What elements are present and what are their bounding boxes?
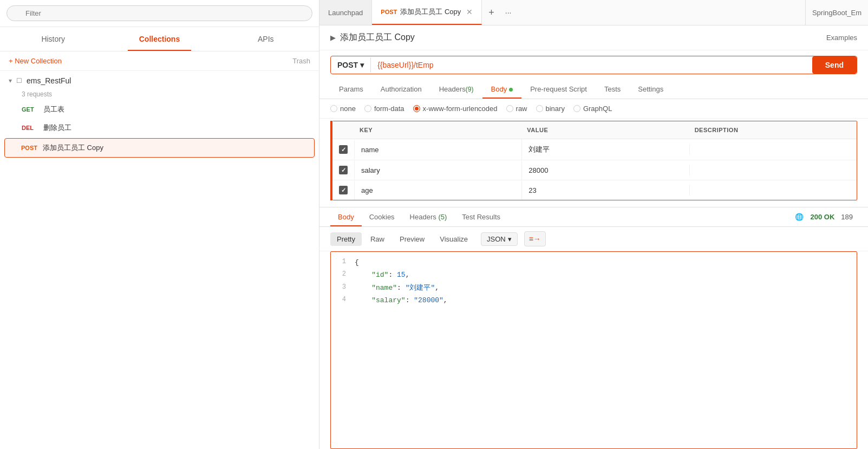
request-name-del: 删除员工 (43, 123, 71, 133)
radio-raw[interactable]: raw (506, 105, 527, 113)
code-area[interactable]: 1 { 2 "id": 15, 3 "name": "刘建平", 4 "sala… (330, 251, 857, 449)
radio-none[interactable]: none (330, 105, 356, 113)
table-row: salary 28000 (332, 160, 857, 180)
method-get-badge: GET (22, 106, 38, 113)
format-raw[interactable]: Raw (364, 232, 391, 246)
radio-none-btn[interactable] (330, 105, 337, 112)
row2-desc[interactable] (689, 165, 857, 175)
tab-tests[interactable]: Tests (596, 80, 629, 99)
status-ok-badge: 200 OK (810, 213, 834, 221)
tab-settings[interactable]: Settings (629, 80, 672, 99)
row3-key[interactable]: age (354, 181, 521, 200)
new-collection-button[interactable]: + New Collection (9, 57, 62, 65)
response-tab-test-results[interactable]: Test Results (454, 207, 508, 226)
method-selector[interactable]: POST ▾ (331, 57, 371, 73)
examples-button[interactable]: Examples (826, 34, 857, 42)
code-content-1: { (353, 256, 857, 269)
new-collection-row: + New Collection Trash (0, 51, 319, 71)
tab-apis[interactable]: APIs (213, 27, 319, 51)
body-dot (509, 88, 513, 92)
row1-desc[interactable] (689, 144, 857, 155)
line-num-2: 2 (331, 269, 353, 281)
active-tab-name: 添加员工员工 Copy (400, 7, 461, 17)
request-name-post: 添加员工员工 Copy (43, 143, 103, 153)
send-button[interactable]: Send (812, 56, 857, 74)
format-pretty[interactable]: Pretty (330, 232, 362, 246)
top-tabs-bar: Launchpad POST 添加员工员工 Copy ✕ + ··· Sprin… (319, 0, 868, 25)
code-content-2: "id": 15, (353, 269, 857, 281)
radio-graphql-label: GraphQL (583, 105, 612, 113)
sidebar-tabs: History Collections APIs (0, 27, 319, 51)
row3-desc[interactable] (689, 185, 857, 196)
radio-form-data-btn[interactable] (364, 105, 371, 112)
collection-header[interactable]: ▾ ☐ ems_RestFul (0, 71, 319, 90)
search-input[interactable] (6, 5, 312, 21)
radio-graphql[interactable]: GraphQL (573, 105, 612, 113)
code-line: 1 { (331, 256, 857, 269)
radio-form-data-label: form-data (374, 105, 404, 113)
headers-count-badge: (9) (466, 86, 474, 93)
row3-value[interactable]: 23 (521, 181, 689, 200)
tab-launchpad[interactable]: Launchpad (319, 0, 372, 25)
row1-key[interactable]: name (354, 140, 521, 159)
row1-value[interactable]: 刘建平 (521, 139, 689, 160)
collection-list: ▾ ☐ ems_RestFul 3 requests GET 员工表 DEL 删… (0, 71, 319, 449)
tab-close-icon[interactable]: ✕ (466, 8, 473, 16)
row3-check[interactable] (332, 180, 354, 200)
radio-urlencoded[interactable]: x-www-form-urlencoded (413, 105, 498, 113)
tab-more-icon[interactable]: ··· (501, 8, 516, 17)
form-table: KEY VALUE DESCRIPTION name 刘建平 salary 28… (332, 121, 857, 200)
radio-binary-btn[interactable] (536, 105, 543, 112)
radio-raw-btn[interactable] (506, 105, 513, 112)
tab-add-icon[interactable]: + (482, 7, 501, 18)
col-check (332, 125, 354, 135)
tab-authorization[interactable]: Authorization (372, 80, 430, 99)
workspace-label: SpringBoot_Em (805, 0, 868, 25)
launchpad-label: Launchpad (328, 9, 363, 17)
url-input[interactable] (371, 57, 808, 73)
trash-button[interactable]: Trash (292, 57, 310, 65)
folder-icon: ☐ (16, 77, 22, 84)
format-visualize[interactable]: Visualize (433, 232, 474, 246)
request-item-post[interactable]: POST 添加员工员工 Copy (4, 138, 315, 158)
tab-active-request[interactable]: POST 添加员工员工 Copy ✕ (372, 0, 482, 25)
wrap-button[interactable]: ≡→ (524, 231, 546, 246)
row2-value[interactable]: 28000 (521, 161, 689, 180)
radio-form-data[interactable]: form-data (364, 105, 404, 113)
request-name-get: 员工表 (43, 105, 64, 114)
request-nav-tabs: Params Authorization Headers(9) Body Pre… (319, 80, 868, 99)
tab-headers[interactable]: Headers(9) (430, 80, 482, 99)
collection-requests-count: 3 requests (13, 90, 319, 100)
tab-params[interactable]: Params (330, 80, 372, 99)
tab-collections[interactable]: Collections (106, 27, 212, 51)
col-value: VALUE (521, 125, 689, 135)
checkbox-row1[interactable] (339, 145, 348, 154)
radio-binary[interactable]: binary (536, 105, 565, 113)
format-preview[interactable]: Preview (393, 232, 431, 246)
row2-check[interactable] (332, 160, 354, 180)
response-tab-cookies[interactable]: Cookies (362, 207, 402, 226)
tab-body[interactable]: Body (482, 80, 522, 99)
expand-icon[interactable]: ▶ (330, 34, 336, 42)
checkbox-row3[interactable] (339, 186, 348, 194)
row2-key[interactable]: salary (354, 161, 521, 180)
response-tab-headers[interactable]: Headers (5) (402, 207, 455, 226)
radio-none-label: none (340, 105, 356, 113)
checkbox-row2[interactable] (339, 166, 348, 174)
response-tab-body[interactable]: Body (330, 207, 362, 226)
code-content-3: "name": "刘建平", (353, 282, 857, 294)
json-selector[interactable]: JSON ▾ (481, 232, 518, 246)
right-panel: Launchpad POST 添加员工员工 Copy ✕ + ··· Sprin… (319, 0, 868, 449)
radio-graphql-btn[interactable] (573, 105, 580, 112)
globe-icon: 🌐 (795, 213, 804, 221)
code-line: 4 "salary": "28000", (331, 294, 857, 307)
radio-urlencoded-btn[interactable] (413, 105, 420, 112)
code-line: 2 "id": 15, (331, 269, 857, 281)
response-headers-count: (5) (438, 213, 447, 221)
left-panel: History Collections APIs + New Collectio… (0, 0, 319, 449)
tab-pre-request[interactable]: Pre-request Script (521, 80, 596, 99)
tab-history[interactable]: History (0, 27, 106, 51)
row1-check[interactable] (332, 140, 354, 159)
request-item-get[interactable]: GET 员工表 (0, 100, 319, 119)
request-item-del[interactable]: DEL 删除员工 (0, 119, 319, 137)
